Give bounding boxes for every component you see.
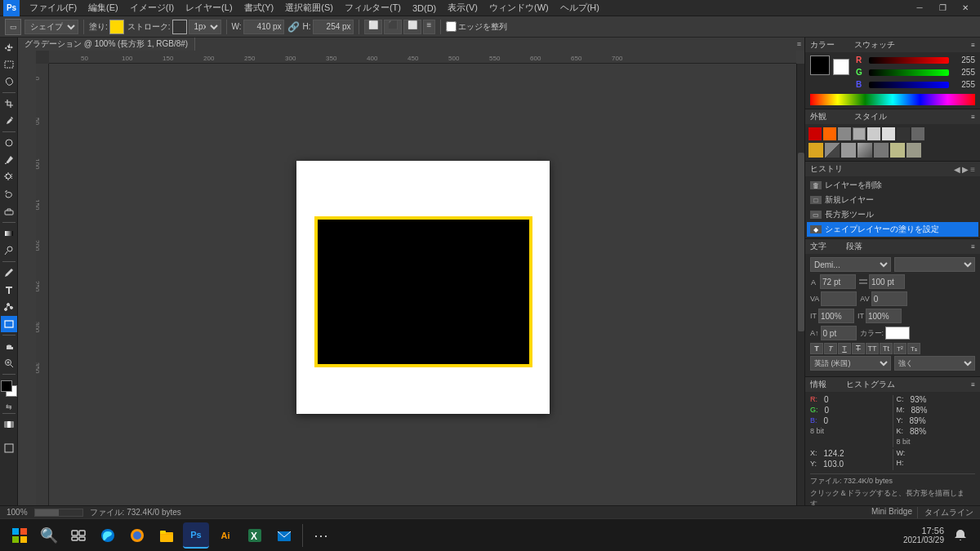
appearance-swatch-mid[interactable] — [911, 127, 924, 140]
distribute-btn[interactable]: ≡ — [423, 20, 436, 34]
tool-heal[interactable] — [1, 135, 17, 151]
stroke-width-select[interactable]: 1px — [189, 20, 221, 34]
fill-color-swatch[interactable] — [109, 20, 124, 34]
italic-btn[interactable]: T — [824, 343, 837, 354]
menu-layer[interactable]: レイヤー(L) — [180, 0, 237, 16]
font-size-input[interactable] — [820, 274, 856, 289]
appearance-swatch-lightgray[interactable] — [853, 127, 866, 140]
bold-btn[interactable]: T — [810, 343, 823, 354]
shape-type-select[interactable]: シェイプ — [24, 20, 78, 34]
stroke-color-swatch[interactable] — [172, 20, 187, 34]
menu-select[interactable]: 選択範囲(S) — [280, 0, 338, 16]
style-swatch-2[interactable] — [825, 143, 840, 158]
tool-rectangle[interactable] — [1, 316, 17, 332]
appearance-swatch-red[interactable] — [808, 127, 822, 140]
height-input[interactable] — [313, 20, 354, 34]
document-tab[interactable]: グラデーション @ 100% (長方形 1, RGB/8#) — [18, 38, 195, 51]
tool-zoom[interactable] — [1, 355, 17, 371]
b-slider[interactable] — [869, 82, 949, 88]
appearance-swatch-dark[interactable] — [897, 127, 910, 140]
ps-taskbar-icon[interactable]: Ps — [183, 522, 209, 549]
close-button[interactable]: ✕ — [954, 0, 977, 16]
tool-dodge[interactable] — [1, 242, 17, 259]
tool-crop[interactable] — [1, 96, 17, 112]
scale-v-input[interactable] — [866, 309, 902, 323]
timeline-tab[interactable]: タイムライン — [920, 507, 973, 518]
tool-eraser[interactable] — [1, 203, 17, 220]
appearance-swatch-white[interactable] — [882, 127, 895, 140]
subscript-btn[interactable]: T₂ — [907, 343, 920, 354]
foreground-color[interactable] — [1, 380, 12, 392]
appearance-swatch-orange[interactable] — [823, 127, 836, 140]
panel-options-btn[interactable]: ≡ — [797, 40, 801, 48]
scale-h-input[interactable] — [818, 309, 854, 323]
tracking-input[interactable] — [871, 291, 907, 306]
leading-input[interactable] — [869, 274, 905, 289]
char-header[interactable]: 文字 段落 ≡ — [805, 239, 980, 254]
restore-button[interactable]: ❐ — [931, 0, 954, 16]
mail-taskbar[interactable] — [271, 522, 297, 549]
tool-lasso[interactable] — [1, 73, 17, 90]
notification-btn[interactable] — [947, 522, 973, 549]
kerning-input[interactable] — [821, 291, 857, 306]
canvas-viewport[interactable] — [49, 64, 796, 510]
zoom-slider[interactable] — [34, 509, 83, 517]
history-item-2[interactable]: ▭ 長方形ツール — [807, 207, 978, 222]
lang-select[interactable]: 英語 (米国) — [810, 356, 891, 371]
tool-marquee[interactable] — [1, 56, 17, 73]
smallcaps-btn[interactable]: Tt — [880, 343, 893, 354]
history-back[interactable]: ◀ — [954, 165, 960, 174]
search-taskbar[interactable]: 🔍 — [36, 522, 62, 549]
tool-eyedropper[interactable] — [1, 113, 17, 129]
scrollbar-v-thumb[interactable] — [798, 153, 804, 331]
bg-color-box[interactable] — [833, 59, 849, 75]
tool-quick-mask[interactable] — [1, 416, 17, 433]
menu-3d[interactable]: 3D(D) — [408, 2, 441, 15]
history-item-0[interactable]: 🗑 レイヤーを削除 — [807, 178, 978, 193]
style-swatch-1[interactable] — [808, 143, 823, 158]
mini-bridge-tab[interactable]: Mini Bridge — [871, 507, 918, 518]
fg-color-box[interactable] — [810, 56, 830, 75]
style-swatch-6[interactable] — [890, 143, 905, 158]
menu-help[interactable]: ヘルプ(H) — [555, 0, 604, 16]
color-spectrum[interactable] — [810, 94, 975, 105]
strikethrough-btn[interactable]: T̶ — [852, 343, 865, 354]
minimize-button[interactable]: ─ — [908, 0, 931, 16]
taskbar-more[interactable]: ⋯ — [308, 522, 334, 549]
appearance-swatch-gray[interactable] — [838, 127, 851, 140]
allcaps-btn[interactable]: TT — [866, 343, 879, 354]
link-icon[interactable]: 🔗 — [287, 21, 300, 33]
scrollbar-vertical[interactable] — [796, 64, 804, 510]
tool-clone[interactable] — [1, 169, 17, 185]
superscript-btn[interactable]: T² — [893, 343, 906, 354]
style-swatch-7[interactable] — [906, 143, 921, 158]
appearance-header[interactable]: 外観 スタイル ≡ — [805, 109, 980, 124]
screen-mode-btn[interactable] — [1, 440, 17, 456]
info-header[interactable]: 情報 ヒストグラム ≡ — [805, 377, 980, 392]
menu-edit[interactable]: 編集(E) — [83, 0, 123, 16]
menu-image[interactable]: イメージ(I) — [125, 0, 179, 16]
align-right-btn[interactable]: ⬜ — [403, 20, 421, 34]
font-family-select[interactable]: Demi... — [810, 257, 891, 272]
edge-align-checkbox[interactable] — [446, 21, 457, 32]
style-swatch-3[interactable] — [841, 143, 856, 158]
g-slider[interactable] — [869, 69, 949, 76]
taskview-btn[interactable] — [65, 522, 91, 549]
tool-move[interactable] — [1, 39, 17, 56]
ai-taskbar-icon[interactable]: Ai — [212, 522, 238, 549]
history-header[interactable]: ヒストリ ◀ ▶ ≡ — [805, 162, 980, 176]
history-fwd[interactable]: ▶ — [962, 165, 969, 174]
style-swatch-4[interactable] — [858, 143, 872, 158]
menu-file[interactable]: ファイル(F) — [24, 0, 82, 16]
excel-taskbar[interactable]: X — [242, 522, 268, 549]
tool-gradient[interactable] — [1, 225, 17, 242]
tool-history-brush[interactable] — [1, 186, 17, 202]
underline-btn[interactable]: T — [838, 343, 851, 354]
tool-pen[interactable] — [1, 264, 17, 281]
file-explorer[interactable] — [154, 522, 180, 549]
menu-view[interactable]: 表示(V) — [443, 0, 483, 16]
color-panel-header[interactable]: カラー スウォッチ ≡ — [805, 38, 980, 52]
history-item-3[interactable]: ◆ シェイプレイヤーの塗りを設定 — [807, 222, 978, 237]
firefox-browser[interactable] — [124, 522, 150, 549]
swap-colors[interactable]: ⇆ — [6, 402, 12, 411]
